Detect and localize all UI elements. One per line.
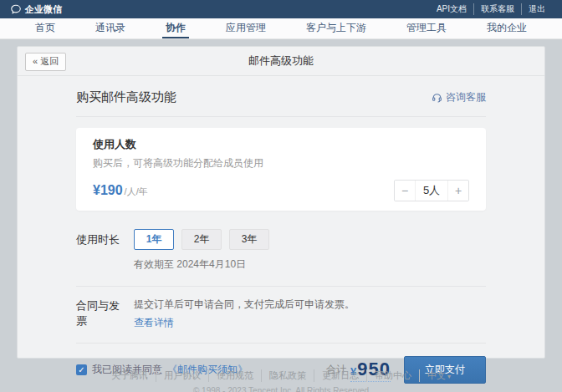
unit-price: ¥190/人/年 [93, 183, 148, 198]
back-button[interactable]: « 返回 [25, 53, 66, 71]
panel-header: « 返回 邮件高级功能 [18, 47, 544, 76]
footer-link-about[interactable]: 关于腾讯 [104, 369, 156, 382]
duration-option-1year[interactable]: 1年 [134, 229, 174, 250]
validity-text: 有效期至 2024年4月10日 [134, 257, 486, 272]
headset-icon [432, 92, 442, 103]
agreement-checkbox[interactable]: ✓ [76, 364, 87, 375]
price-row: ¥190/人/年 − 5人 + [93, 180, 469, 201]
heading-row: 购买邮件高级功能 咨询客服 [76, 76, 486, 116]
tab-admin-tools[interactable]: 管理工具 [403, 18, 450, 38]
tab-home[interactable]: 首页 [32, 18, 59, 38]
language-label: 中文 [427, 370, 446, 380]
stepper-minus-button[interactable]: − [395, 181, 415, 201]
tab-my-company[interactable]: 我的企业 [483, 18, 530, 38]
content-panel: « 返回 邮件高级功能 购买邮件高级功能 咨询客服 使用人数 [17, 46, 545, 359]
consult-support-link[interactable]: 咨询客服 [432, 90, 486, 104]
tab-contacts[interactable]: 通讯录 [92, 18, 129, 38]
wechat-work-logo-icon [10, 3, 22, 15]
stepper-value[interactable]: 5人 [415, 181, 448, 201]
back-chevron-icon: « [33, 56, 38, 66]
page-title: 邮件高级功能 [248, 53, 314, 69]
duration-section: 使用时长 1年 2年 3年 [76, 229, 486, 250]
contract-description: 提交订单后可申请合同，支付完成后可申请发票。 [134, 298, 355, 312]
price-value: 190 [100, 183, 123, 197]
panel-body: 购买邮件高级功能 咨询客服 使用人数 购买后，可将高级功能分配给成员使用 [18, 76, 544, 384]
contact-support-link[interactable]: 联系客服 [473, 3, 521, 15]
divider [76, 116, 486, 117]
copyright: © 1998 - 2023 Tencent Inc. All Rights Re… [0, 386, 562, 392]
stepper-plus-button[interactable]: + [448, 181, 468, 201]
tab-collaboration[interactable]: 协作 [162, 18, 189, 38]
chevron-down-icon: ▾ [447, 373, 451, 380]
contract-label: 合同与发票 [76, 298, 122, 330]
tab-app-management[interactable]: 应用管理 [222, 18, 269, 38]
footer-link-privacy[interactable]: 隐私政策 [261, 369, 314, 382]
main-nav: 首页 通讯录 协作 应用管理 客户与上下游 管理工具 我的企业 [0, 18, 562, 39]
topbar: 企业微信 API文档 联系客服 退出 [0, 0, 562, 18]
duration-label: 使用时长 [76, 229, 122, 250]
card-title: 使用人数 [93, 137, 469, 152]
tab-customers[interactable]: 客户与上下游 [303, 18, 370, 38]
user-count-card: 使用人数 购买后，可将高级功能分配给成员使用 ¥190/人/年 − 5人 + [76, 128, 486, 211]
brand-name: 企业微信 [25, 3, 62, 16]
quantity-stepper: − 5人 + [394, 180, 469, 201]
footer-link-help-center[interactable]: 帮助中心 [366, 369, 419, 382]
view-details-link[interactable]: 查看详情 [134, 316, 355, 330]
logout-link[interactable]: 退出 [521, 3, 552, 15]
contract-section: 合同与发票 提交订单后可申请合同，支付完成后可申请发票。 查看详情 [76, 287, 486, 343]
consult-support-label: 咨询客服 [446, 90, 486, 104]
price-currency: ¥ [93, 183, 100, 197]
duration-option-2year[interactable]: 2年 [181, 229, 222, 250]
topbar-links: API文档 联系客服 退出 [430, 3, 552, 15]
language-selector[interactable]: 中文▾ [419, 369, 458, 382]
back-label: 返回 [40, 56, 59, 66]
duration-option-3year[interactable]: 3年 [229, 229, 269, 250]
brand: 企业微信 [10, 3, 62, 16]
price-unit: /人/年 [125, 186, 148, 196]
footer-link-usage-rules[interactable]: 使用规范 [208, 369, 261, 382]
purchase-heading: 购买邮件高级功能 [76, 89, 176, 105]
api-docs-link[interactable]: API文档 [430, 3, 473, 15]
card-description: 购买后，可将高级功能分配给成员使用 [93, 156, 469, 171]
duration-options: 1年 2年 3年 [134, 229, 269, 250]
footer-link-user-agreement[interactable]: 用户协议 [156, 369, 208, 382]
footer-link-changelog[interactable]: 更新日志 [314, 369, 366, 382]
